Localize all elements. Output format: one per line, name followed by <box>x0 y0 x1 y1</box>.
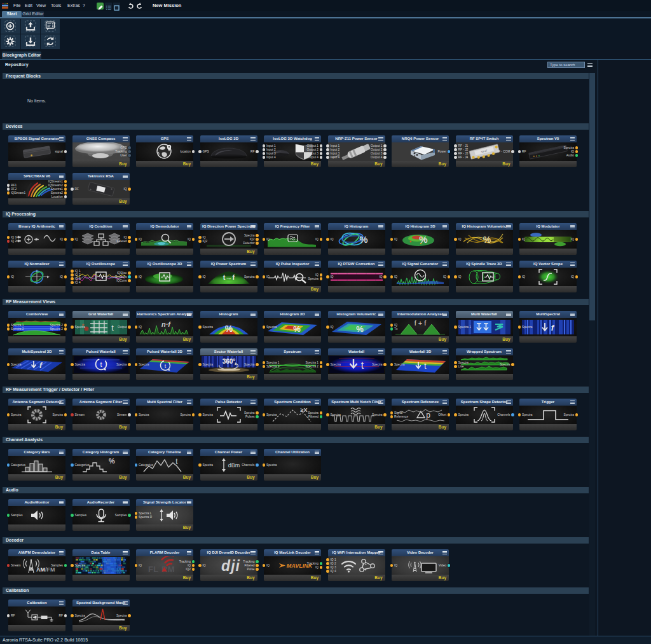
svg-text:p: p <box>426 411 430 420</box>
svg-text:dji: dji <box>221 558 240 574</box>
svg-text:%: % <box>356 324 364 334</box>
svg-text:%: % <box>359 234 367 245</box>
svg-text:t: t <box>111 323 114 332</box>
svg-text:%: % <box>483 235 491 245</box>
svg-text:t: t <box>100 360 102 368</box>
svg-text:≥X: ≥X <box>301 407 308 413</box>
svg-text:t: t <box>360 360 364 371</box>
svg-text:n·f: n·f <box>161 320 171 328</box>
svg-text:%: % <box>419 234 427 245</box>
svg-text:dBm: dBm <box>228 462 240 469</box>
svg-text:AM/FM: AM/FM <box>36 566 55 573</box>
svg-text:%: % <box>224 324 233 334</box>
svg-text:%: % <box>293 324 301 334</box>
svg-text:%: % <box>109 457 115 465</box>
svg-text:t: t <box>175 457 178 466</box>
svg-text:t→f: t→f <box>223 273 235 281</box>
svg-text:f + f: f + f <box>415 319 427 327</box>
svg-text:FL RM: FL RM <box>148 565 175 574</box>
svg-text:360°: 360° <box>222 358 235 365</box>
